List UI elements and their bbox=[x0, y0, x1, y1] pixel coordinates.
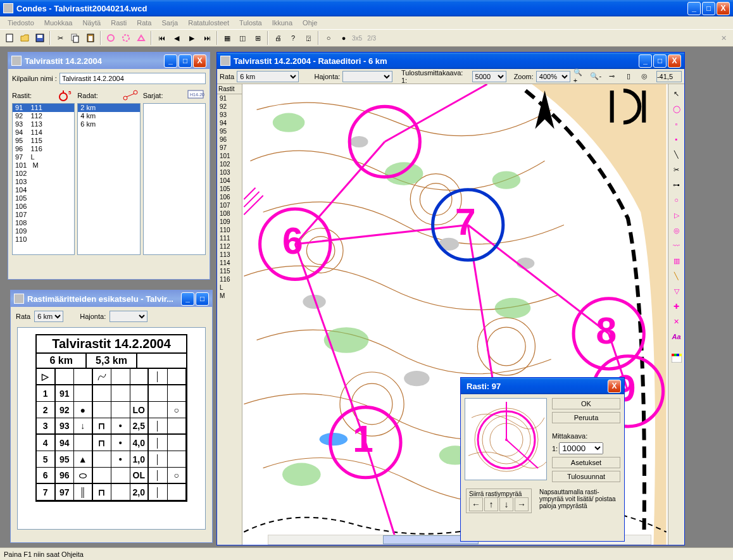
rasti-titlebar[interactable]: Rasti: 97 X bbox=[461, 378, 624, 394]
rastit-item[interactable]: 96 116 bbox=[13, 145, 74, 153]
menu-ratatulosteet[interactable]: Ratatulosteet bbox=[183, 18, 234, 28]
editor-scale-select[interactable]: 5000 bbox=[472, 71, 506, 82]
ruler-item[interactable]: 107 bbox=[217, 201, 242, 209]
rastit-item[interactable]: 95 115 bbox=[13, 137, 74, 145]
page-icon[interactable]: ▯ bbox=[622, 70, 636, 84]
cup-tool-icon[interactable]: ▽ bbox=[670, 284, 684, 298]
rastit-item[interactable]: 110 bbox=[13, 235, 74, 244]
lock-icon[interactable]: ⊸ bbox=[605, 70, 619, 84]
close-button[interactable]: X bbox=[717, 2, 730, 15]
cut-icon[interactable]: ✂ bbox=[53, 31, 67, 45]
rasti-cancel-button[interactable]: Peruuta bbox=[552, 412, 620, 423]
preview-max-button[interactable]: □ bbox=[196, 292, 209, 306]
ruler-item[interactable]: 93 bbox=[217, 111, 242, 119]
grid3-icon[interactable]: ⊞ bbox=[251, 31, 265, 45]
ruler-item[interactable]: 106 bbox=[217, 193, 242, 201]
zoom-out-icon[interactable]: 🔍- bbox=[589, 70, 603, 84]
print-icon[interactable]: 🖨 bbox=[271, 31, 285, 45]
arrow-tool-icon[interactable]: ↖ bbox=[670, 87, 684, 101]
ruler-item[interactable]: 96 bbox=[217, 135, 242, 144]
menu-tiedosto[interactable]: Tiedosto bbox=[3, 18, 39, 28]
save-icon[interactable] bbox=[33, 31, 47, 45]
rasti-thumbnail[interactable] bbox=[465, 398, 547, 480]
menu-sarja[interactable]: Sarja bbox=[157, 18, 184, 28]
rastit-item[interactable]: 102 bbox=[13, 170, 74, 178]
ruler-item[interactable]: 115 bbox=[217, 267, 242, 275]
menu-nayta[interactable]: Näytä bbox=[77, 18, 106, 28]
first-icon[interactable]: ⏮ bbox=[154, 31, 168, 45]
rasti-close-button[interactable]: X bbox=[608, 380, 621, 393]
ruler-item[interactable]: 108 bbox=[217, 209, 242, 218]
rastit-item[interactable]: 108 bbox=[13, 219, 74, 227]
editor-hajonta-select[interactable] bbox=[342, 71, 392, 82]
event-titlebar[interactable]: Talvirastit 14.2.2004 _ □ X bbox=[8, 53, 210, 69]
rastit-item[interactable]: 103 bbox=[13, 178, 74, 186]
control-o-tool-icon[interactable]: ◯ bbox=[670, 102, 684, 116]
ruler-item[interactable]: 95 bbox=[217, 127, 242, 135]
menu-ohje[interactable]: Ohje bbox=[298, 18, 322, 28]
ruler-item[interactable]: 92 bbox=[217, 103, 242, 111]
preview-hajonta-select[interactable] bbox=[110, 311, 147, 322]
editor-titlebar[interactable]: Talvirastit 14.2.2004 - Rataeditori - 6 … bbox=[217, 53, 684, 69]
preview-titlebar[interactable]: Rastimääritteiden esikatselu - Talvir...… bbox=[11, 290, 212, 307]
square2-tool-icon[interactable]: ▪ bbox=[670, 132, 684, 146]
menu-rasti[interactable]: Rasti bbox=[106, 18, 132, 28]
ruler-item[interactable]: 105 bbox=[217, 185, 242, 193]
dash-tool-icon[interactable]: ╲ bbox=[670, 269, 684, 283]
editor-zoom-select[interactable]: 400% bbox=[536, 71, 570, 82]
editor-max-button[interactable]: □ bbox=[653, 54, 667, 68]
firstaid-tool-icon[interactable]: ✚ bbox=[670, 299, 684, 313]
arrow-left-button[interactable]: ← bbox=[469, 497, 483, 511]
radat-item[interactable]: 2 km bbox=[78, 104, 139, 112]
ruler-item[interactable]: 109 bbox=[217, 218, 242, 226]
rastit-item[interactable]: 109 bbox=[13, 227, 74, 235]
rastit-item[interactable]: 93 113 bbox=[13, 120, 74, 128]
ruler-item[interactable]: M bbox=[217, 292, 242, 300]
join-tool-icon[interactable]: ⊶ bbox=[670, 178, 684, 192]
ruler-item[interactable]: 104 bbox=[217, 177, 242, 185]
sarjat-listbox[interactable] bbox=[143, 103, 206, 255]
ruler-item[interactable]: 91 bbox=[217, 94, 242, 103]
ruler-item[interactable]: 102 bbox=[217, 160, 242, 168]
radat-item[interactable]: 4 km bbox=[78, 112, 139, 120]
x-tool-icon[interactable]: ✕ bbox=[670, 314, 684, 328]
rasti-scale-select[interactable]: 10000 bbox=[559, 442, 603, 454]
arrow-up-button[interactable]: ↑ bbox=[484, 497, 498, 511]
minimize-button[interactable]: _ bbox=[687, 2, 701, 15]
event-max-button[interactable]: □ bbox=[179, 54, 192, 68]
target-icon[interactable]: ◎ bbox=[637, 70, 651, 84]
rastit-item[interactable]: 97 L bbox=[13, 153, 74, 161]
rasti-directions-button[interactable]: Tulosuunnat bbox=[552, 471, 620, 482]
menu-ikkuna[interactable]: Ikkuna bbox=[267, 18, 298, 28]
ruler-item[interactable]: 101 bbox=[217, 152, 242, 160]
dot-tool-icon[interactable]: ● bbox=[337, 31, 351, 45]
line-tool-icon[interactable]: ╲ bbox=[670, 147, 684, 161]
pink-tool-2-icon[interactable] bbox=[119, 31, 133, 45]
grid1-icon[interactable]: ▦ bbox=[220, 31, 234, 45]
event-close-button[interactable]: X bbox=[193, 54, 206, 68]
new-icon[interactable] bbox=[3, 31, 16, 45]
ruler-item[interactable]: 97 bbox=[217, 144, 242, 152]
ruler-item[interactable]: L bbox=[217, 283, 242, 292]
context-help-icon[interactable]: ⍰ bbox=[301, 31, 315, 45]
rastit-item[interactable]: 104 bbox=[13, 186, 74, 194]
circle-tool-icon[interactable]: ○ bbox=[322, 31, 335, 45]
circle2-tool-icon[interactable]: ○ bbox=[670, 193, 684, 207]
rasti-settings-button[interactable]: Asetukset bbox=[552, 457, 620, 468]
editor-close-button[interactable]: X bbox=[668, 54, 681, 68]
pink-tool-1-icon[interactable] bbox=[104, 31, 118, 45]
ruler-item[interactable]: 110 bbox=[217, 226, 242, 234]
open-icon[interactable] bbox=[18, 31, 32, 45]
zoom-in-icon[interactable]: 🔍+ bbox=[573, 70, 587, 84]
radat-item[interactable]: 6 km bbox=[78, 120, 139, 128]
rastit-item[interactable]: 91 111 bbox=[13, 104, 74, 112]
maximize-button[interactable]: □ bbox=[702, 2, 715, 15]
ruler-item[interactable]: 112 bbox=[217, 242, 242, 251]
dcircle-tool-icon[interactable]: ◎ bbox=[670, 223, 684, 237]
preview-min-button[interactable]: _ bbox=[181, 292, 194, 306]
prev-icon[interactable]: ◀ bbox=[170, 31, 184, 45]
ruler-item[interactable]: 94 bbox=[217, 119, 242, 127]
paste-icon[interactable] bbox=[84, 31, 97, 45]
menu-tulosta[interactable]: Tulosta bbox=[234, 18, 267, 28]
event-min-button[interactable]: _ bbox=[164, 54, 177, 68]
